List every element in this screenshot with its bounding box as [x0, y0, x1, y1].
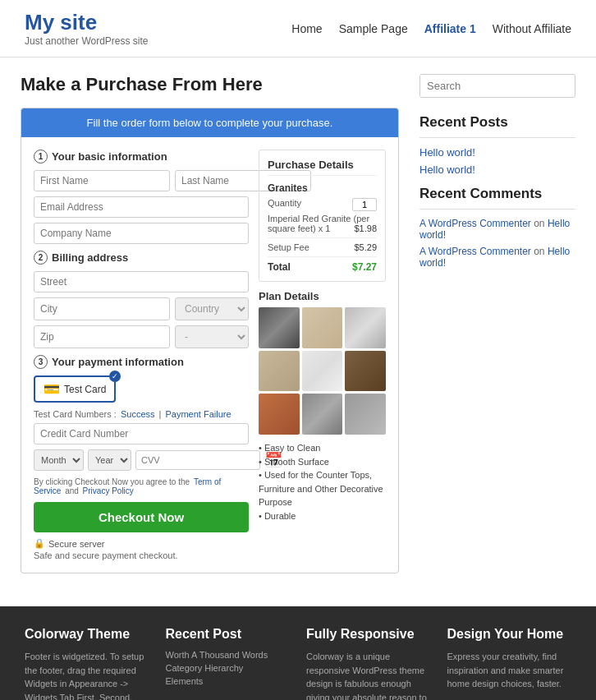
recent-posts-title: Recent Posts [419, 114, 575, 131]
section3-label: Your payment information [52, 356, 184, 368]
footer-col2-link-1[interactable]: Worth A Thousand Words [166, 650, 291, 660]
footer-col1-text: Footer is widgetized. To setup the foote… [25, 650, 149, 700]
plan-image-1 [259, 307, 300, 348]
first-name-input[interactable] [34, 170, 170, 191]
test-card-numbers: Test Card Numbers : Success | Payment Fa… [34, 409, 249, 419]
nav-without-affiliate[interactable]: Without Affiliate [493, 22, 571, 35]
site-header: My site Just another WordPress site Home… [0, 0, 596, 57]
section1-heading: 1 Your basic information [34, 150, 249, 163]
section2-num: 2 [34, 251, 48, 265]
footer-col-1: Colorway Theme Footer is widgetized. To … [25, 627, 149, 700]
card-button[interactable]: 💳 Test Card [34, 375, 116, 403]
zip-input[interactable] [34, 325, 170, 348]
comment-1-on: on [534, 218, 544, 229]
product-name: Granites [268, 182, 377, 194]
purchase-card-header: Fill the order form below to complete yo… [21, 108, 398, 137]
footer-col3-title: Fully Responsive [306, 627, 431, 642]
footer-col2-title: Recent Post [166, 627, 291, 642]
section1-num: 1 [34, 150, 48, 163]
footer-col1-title: Colorway Theme [25, 627, 149, 642]
test-card-success-link[interactable]: Success [121, 409, 155, 419]
plan-images [259, 307, 386, 435]
privacy-link[interactable]: Privacy Policy [83, 486, 134, 495]
nav-affiliate1[interactable]: Affiliate 1 [424, 22, 476, 35]
feature-2: • Smooth Surface [259, 455, 386, 469]
recent-post-1[interactable]: Hello world! [419, 146, 575, 159]
search-box: 🔍 [419, 74, 575, 98]
comment-2: A WordPress Commenter on Hello world! [419, 246, 575, 269]
email-input[interactable] [34, 196, 249, 218]
plan-image-8 [302, 394, 343, 435]
site-nav: Home Sample Page Affiliate 1 Without Aff… [291, 22, 571, 35]
setup-fee-value: $5.29 [354, 242, 377, 252]
credit-card-input[interactable] [34, 423, 249, 444]
section2-heading: 2 Billing address [34, 251, 249, 265]
total-value: $7.27 [352, 261, 377, 273]
plan-image-9 [345, 394, 386, 435]
site-title: My site [25, 10, 149, 35]
plan-image-3 [345, 307, 386, 348]
quantity-input[interactable] [352, 198, 377, 211]
plan-features: • Easy to Clean • Smooth Surface • Used … [259, 441, 386, 523]
secure-label: 🔒 Secure server [34, 538, 249, 549]
company-input[interactable] [34, 223, 249, 244]
footer-col4-title: Design Your Home [447, 627, 572, 642]
feature-3: • Used for the Counter Tops, Furniture a… [259, 468, 386, 509]
total-label: Total [268, 261, 291, 273]
plan-image-5 [302, 351, 343, 392]
test-card-failure-link[interactable]: Payment Failure [166, 409, 232, 419]
plan-image-6 [345, 351, 386, 392]
comment-2-on: on [534, 246, 544, 257]
year-select[interactable]: Year [88, 449, 131, 471]
search-input[interactable] [420, 75, 571, 97]
card-button-label: Test Card [64, 384, 106, 395]
section3-num: 3 [34, 355, 48, 369]
recent-post-2[interactable]: Hello world! [419, 163, 575, 176]
agree-text: By clicking Checkout Now you agree to th… [34, 477, 249, 495]
search-button[interactable]: 🔍 [571, 75, 575, 97]
feature-1: • Easy to Clean [259, 441, 386, 455]
comment-1: A WordPress Commenter on Hello world! [419, 218, 575, 241]
checkout-button[interactable]: Checkout Now [34, 502, 249, 532]
setup-fee-label: Setup Fee [268, 242, 309, 252]
cvv-input[interactable] [135, 450, 260, 470]
footer-col-4: Design Your Home Express your creativity… [447, 627, 572, 700]
site-branding: My site Just another WordPress site [25, 10, 149, 47]
site-tagline: Just another WordPress site [25, 35, 149, 47]
plan-image-2 [302, 307, 343, 348]
footer-col-3: Fully Responsive Colorway is a unique re… [306, 627, 431, 700]
plan-image-7 [259, 394, 300, 435]
form-right: Purchase Details Granites Quantity Imper… [259, 150, 386, 560]
quantity-label: Quantity [268, 198, 301, 211]
footer: Colorway Theme Footer is widgetized. To … [0, 606, 596, 700]
country-select[interactable]: Country [175, 297, 249, 320]
comment-2-author[interactable]: A WordPress Commenter [419, 246, 531, 257]
footer-col2-link-2[interactable]: Category Hierarchy [166, 663, 291, 673]
section3-heading: 3 Your payment information [34, 355, 249, 369]
city-input[interactable] [34, 297, 170, 320]
street-input[interactable] [34, 271, 249, 292]
recent-comments-divider [419, 209, 575, 210]
footer-col2-link-3[interactable]: Elements [166, 676, 291, 686]
comment-1-author[interactable]: A WordPress Commenter [419, 218, 531, 229]
section2-label: Billing address [52, 251, 128, 264]
nav-sample-page[interactable]: Sample Page [339, 22, 408, 35]
nav-home[interactable]: Home [291, 22, 322, 35]
footer-col-2: Recent Post Worth A Thousand Words Categ… [166, 627, 291, 700]
plan-title: Plan Details [259, 290, 386, 302]
footer-col4-text: Express your creativity, find inspiratio… [447, 650, 572, 691]
content-area: Make a Purchase From Here Fill the order… [21, 74, 399, 573]
card-checkmark-icon: ✓ [109, 371, 121, 382]
sidebar: 🔍 Recent Posts Hello world! Hello world!… [419, 74, 575, 573]
section1-label: Your basic information [52, 150, 167, 163]
page-title: Make a Purchase From Here [21, 74, 399, 95]
month-select[interactable]: Month [34, 449, 84, 471]
purchase-details-panel: Purchase Details Granites Quantity Imper… [259, 150, 386, 282]
state-select[interactable]: - [175, 325, 249, 348]
safe-text: Safe and secure payment checkout. [34, 550, 249, 560]
recent-comments-title: Recent Comments [419, 186, 575, 202]
feature-4: • Durable [259, 509, 386, 523]
form-left: 1 Your basic information 2 Billing addre… [34, 150, 249, 560]
plan-image-4 [259, 351, 300, 392]
unit-price: $1.98 [354, 223, 377, 233]
